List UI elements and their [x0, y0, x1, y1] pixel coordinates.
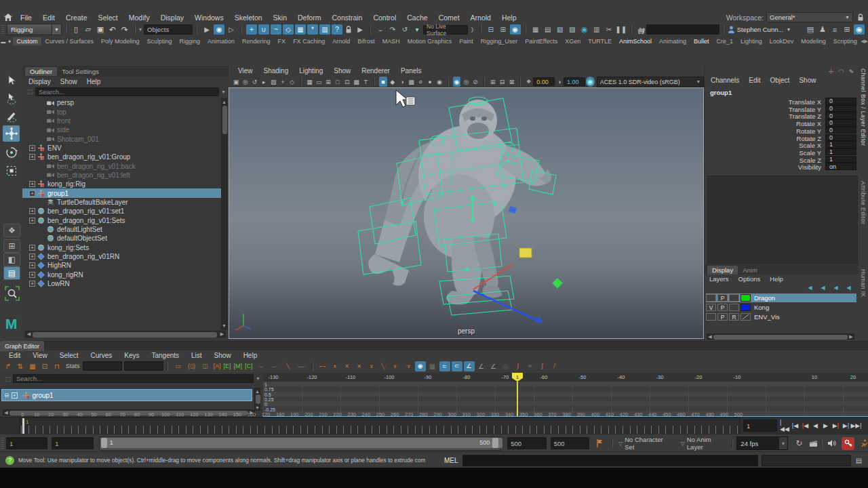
fps-selector[interactable]: 24 fps▼ — [736, 436, 788, 450]
outliner-item-lowrn[interactable]: +LowRN — [22, 279, 221, 288]
channelbox-menu-edit[interactable]: Edit — [744, 77, 765, 84]
range-handle-right[interactable] — [492, 438, 498, 448]
expand-toggle[interactable]: + — [29, 181, 35, 187]
undo-icon[interactable]: ↶ — [107, 24, 118, 35]
channel-attr-value[interactable]: 0 — [825, 105, 856, 113]
shelf-tab-xgen[interactable]: XGen — [561, 37, 585, 45]
channel-attr-value[interactable]: 1 — [825, 156, 856, 163]
channelbox-menu-object[interactable]: Object — [766, 77, 795, 84]
construction-history-icon[interactable]: ◉ — [510, 24, 521, 35]
unify-tangents-icon[interactable]: ∧ — [330, 361, 340, 371]
hook-icon[interactable]: ↷ — [387, 24, 398, 35]
menu-modify[interactable]: Modify — [123, 14, 155, 22]
expand-toggle[interactable]: + — [12, 392, 18, 399]
flat-tangent-icon[interactable]: ‒∙ — [269, 361, 281, 371]
playback-end-field[interactable]: 500 — [507, 437, 546, 449]
gamma-field[interactable]: 1.00 — [564, 77, 585, 86]
graph-menu-keys[interactable]: Keys — [118, 352, 145, 359]
range-handle-left[interactable] — [101, 438, 107, 448]
loop-icon[interactable]: ↺ — [399, 24, 410, 35]
layer-menu-options[interactable]: Options — [734, 275, 766, 283]
graph-menu-list[interactable]: List — [185, 352, 208, 359]
outliner-item-ben-dragon-rig-v01-sets[interactable]: +ben_dragon_rig_v01:Sets — [22, 216, 221, 224]
outliner-item-group1[interactable]: +group1 — [22, 188, 221, 197]
playhead-line[interactable] — [517, 382, 518, 416]
layer-menu-layers[interactable]: Layers — [705, 275, 734, 283]
live-surface-field[interactable]: No Live Surface — [423, 25, 468, 35]
layer-playback-toggle[interactable]: P — [717, 304, 728, 311]
scroll-down-arrow[interactable]: ▼ — [222, 323, 226, 329]
menu-comet[interactable]: Comet — [433, 14, 465, 22]
menu-windows[interactable]: Windows — [189, 14, 229, 22]
render-settings-icon[interactable]: ▨ — [567, 24, 578, 35]
tab-outliner[interactable]: Outliner — [25, 67, 57, 76]
channelbox-menu-channels[interactable]: Channels — [706, 77, 744, 84]
home-icon[interactable] — [4, 14, 12, 21]
frame-all-icon[interactable]: ▭ — [172, 361, 184, 371]
linear-tangent-icon[interactable]: ╲ — [282, 361, 294, 371]
shelf-tab-arnold[interactable]: Arnold — [329, 37, 354, 45]
character-set-selector[interactable]: No Character Set — [625, 436, 674, 451]
layer-hscrollbar[interactable]: ◀▶ — [707, 333, 854, 340]
selection-mask-field[interactable]: Objects — [144, 24, 193, 35]
expand-toggle[interactable]: + — [29, 272, 35, 278]
shelf-tab-bullet[interactable]: Bullet — [690, 37, 713, 45]
pause-icon[interactable]: ❚❚ — [616, 24, 627, 35]
layer-visibility-toggle[interactable] — [706, 294, 716, 302]
shelf-tab-curves-surfaces[interactable]: Curves / Surfaces — [41, 37, 98, 45]
menu-skeleton[interactable]: Skeleton — [229, 14, 268, 22]
layer-ref-toggle[interactable] — [729, 294, 739, 302]
select-camera-icon[interactable]: ▣ — [232, 77, 240, 87]
layout-four-pane-icon[interactable]: ⊞ — [3, 239, 20, 253]
center-current-icon[interactable]: ◫ — [199, 361, 212, 371]
expand-toggle[interactable]: + — [29, 208, 35, 214]
output-connection-icon[interactable]: ⊞ — [498, 24, 509, 35]
scroll-down-arrow[interactable]: ▼ — [255, 405, 260, 410]
auto-tangent-icon[interactable]: [A] — [214, 363, 221, 369]
scroll-up-arrow[interactable]: ▲ — [222, 99, 226, 105]
scale-tool[interactable] — [3, 163, 20, 179]
expand-toggle[interactable]: + — [29, 154, 35, 160]
shelf-tab-fx-caching[interactable]: FX Caching — [290, 37, 329, 45]
shelf-menu-icon[interactable]: ▬ — [1, 37, 5, 47]
gate-mask-icon[interactable]: □ — [334, 77, 342, 87]
bookmark-icon[interactable] — [596, 439, 603, 447]
workspace-selector[interactable]: General* ▼ — [766, 12, 853, 22]
lighting-icon[interactable]: ¤ — [416, 77, 425, 87]
scroll-right-arrow[interactable]: ▶ — [219, 331, 225, 337]
spline-tangent-icon[interactable]: [E] — [224, 363, 231, 369]
move-keys-tool-icon[interactable]: ↱ — [3, 361, 14, 371]
outliner-search-field[interactable] — [35, 87, 219, 96]
outliner-hscrollbar[interactable]: ◀▶ — [25, 331, 226, 338]
selected-layer-icon[interactable]: ◀ — [843, 283, 854, 293]
outliner-item-defaultlightset[interactable]: defaultLightSet — [22, 225, 221, 234]
node-editor-icon[interactable]: ≡ — [829, 24, 840, 35]
select-hierarchy-icon[interactable]: ▶ — [201, 24, 212, 35]
lock-tangent-weight-icon[interactable]: ✕ — [354, 361, 365, 371]
graph-menu-tangents[interactable]: Tangents — [145, 352, 185, 359]
snap-align-icon[interactable]: ▥ — [319, 24, 330, 35]
go-to-start-button[interactable]: |◀◀ — [780, 420, 790, 432]
isolate-select-icon[interactable]: ⊘ — [471, 77, 479, 87]
fixed-tangent-icon[interactable]: ∙—∙ — [296, 361, 308, 371]
select-tool[interactable] — [3, 73, 20, 89]
channel-attr-value[interactable]: 0 — [825, 112, 856, 119]
channel-attr-value[interactable]: on — [825, 163, 856, 170]
layer-row-kong[interactable]: VPKong — [706, 303, 856, 312]
side-tab-attribute-editor[interactable]: Attribute Editor — [860, 181, 867, 224]
tab-tool-settings[interactable]: Tool Settings — [57, 67, 103, 76]
layer-visibility-toggle[interactable] — [706, 313, 716, 321]
shelf-tab-motion-graphics[interactable]: Motion Graphics — [403, 37, 456, 45]
layer-ref-toggle[interactable] — [729, 304, 739, 311]
channel-attr-value[interactable]: 1 — [825, 141, 856, 148]
graph-channel-item-group1[interactable]: ⊖+group1 — [1, 389, 252, 401]
stats-field-time[interactable] — [83, 361, 122, 371]
viewport-menu-shading[interactable]: Shading — [258, 67, 294, 75]
plateau-tangent-icon[interactable]: [M] — [234, 363, 243, 369]
channel-attr-value[interactable]: 0 — [825, 119, 856, 127]
menu-constrain[interactable]: Constrain — [326, 14, 368, 22]
channel-attr-value[interactable]: 1 — [825, 148, 856, 156]
layout-persp-outliner-icon[interactable]: ◧ — [3, 253, 20, 266]
expand-toggle[interactable]: + — [29, 190, 35, 197]
new-scene-icon[interactable]: ▯ — [71, 24, 81, 35]
